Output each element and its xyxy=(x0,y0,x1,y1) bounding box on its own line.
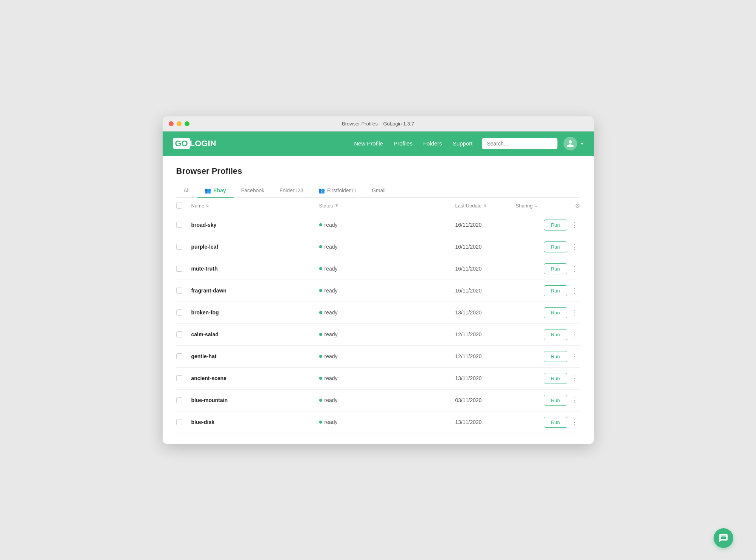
tab-gmail-label: Gmail xyxy=(372,187,386,193)
row-checkbox-7[interactable] xyxy=(176,375,182,381)
status-dot-4 xyxy=(319,311,322,314)
table-header: Name ⇅ Status ▼ Last Update ⇅ Sharing ⇅ xyxy=(176,198,580,214)
maximize-button[interactable] xyxy=(185,121,189,126)
header-status: Status ▼ xyxy=(319,203,380,209)
row-name-5: calm-salad xyxy=(191,331,319,337)
header-sharing: Sharing ⇅ xyxy=(516,203,561,209)
more-button-0[interactable]: ⋮ xyxy=(569,221,580,229)
row-name-3: fragrant-dawn xyxy=(191,288,319,294)
search-box xyxy=(482,138,557,149)
run-button-6[interactable]: Run xyxy=(544,351,567,362)
window-title: Browser Profiles – GoLogin 1.3.7 xyxy=(342,121,414,127)
row-checkbox-6[interactable] xyxy=(176,353,182,359)
more-button-1[interactable]: ⋮ xyxy=(569,243,580,251)
tab-firstfolder11-label: Firstfolder11 xyxy=(327,187,357,193)
more-button-8[interactable]: ⋮ xyxy=(569,396,580,404)
run-button-4[interactable]: Run xyxy=(544,307,567,318)
run-button-1[interactable]: Run xyxy=(544,241,567,252)
row-date-4: 13/11/2020 xyxy=(455,309,516,316)
run-button-9[interactable]: Run xyxy=(544,417,567,428)
status-text-4: ready xyxy=(324,309,338,316)
sharing-sort-icon[interactable]: ⇅ xyxy=(534,204,537,208)
header-checkbox-input[interactable] xyxy=(176,203,182,209)
more-button-2[interactable]: ⋮ xyxy=(569,265,580,273)
tab-facebook[interactable]: Facebook xyxy=(234,184,272,197)
table-row: purple-leaf ready 16/11/2020 Run ⋮ xyxy=(176,236,580,258)
run-button-2[interactable]: Run xyxy=(544,263,567,274)
nav-support[interactable]: Support xyxy=(453,140,473,147)
table-row: ancient-scene ready 13/11/2020 Run ⋮ xyxy=(176,368,580,390)
more-button-5[interactable]: ⋮ xyxy=(569,330,580,339)
status-filter-icon[interactable]: ▼ xyxy=(334,203,339,208)
row-actions-0: Run ⋮ xyxy=(561,220,580,230)
tabs-bar: All 👥 Ebay Facebook Folder123 👥 Firstfol… xyxy=(176,184,580,198)
more-button-6[interactable]: ⋮ xyxy=(569,352,580,360)
close-button[interactable] xyxy=(169,121,174,126)
header-last-update: Last Update ⇅ xyxy=(455,203,516,209)
row-checkbox-1[interactable] xyxy=(176,244,182,250)
tab-ebay[interactable]: 👥 Ebay xyxy=(197,184,233,197)
status-text-6: ready xyxy=(324,353,338,359)
status-text-7: ready xyxy=(324,375,338,381)
run-button-8[interactable]: Run xyxy=(544,395,567,406)
status-text-3: ready xyxy=(324,288,338,294)
header-settings: ⚙ xyxy=(561,202,580,209)
row-actions-9: Run ⋮ xyxy=(561,417,580,428)
run-button-3[interactable]: Run xyxy=(544,285,567,296)
row-actions-2: Run ⋮ xyxy=(561,263,580,274)
more-button-4[interactable]: ⋮ xyxy=(569,308,580,317)
user-avatar[interactable] xyxy=(564,137,577,150)
row-checkbox-3[interactable] xyxy=(176,288,182,294)
row-checkbox-cell xyxy=(176,331,191,337)
tab-all[interactable]: All xyxy=(176,184,197,197)
tab-ebay-icon: 👥 xyxy=(205,187,211,193)
nav-new-profile[interactable]: New Profile xyxy=(354,140,383,147)
nav-folders[interactable]: Folders xyxy=(423,140,442,147)
user-area[interactable]: ▾ xyxy=(564,137,583,150)
update-sort-icon[interactable]: ⇅ xyxy=(483,204,486,208)
row-checkbox-2[interactable] xyxy=(176,266,182,272)
row-status-1: ready xyxy=(319,244,380,250)
row-status-3: ready xyxy=(319,288,380,294)
table-row: fragrant-dawn ready 16/11/2020 Run ⋮ xyxy=(176,280,580,302)
row-checkbox-4[interactable] xyxy=(176,309,182,316)
row-name-9: blue-disk xyxy=(191,419,319,425)
status-dot-6 xyxy=(319,355,322,358)
status-text-0: ready xyxy=(324,222,338,228)
nav-profiles[interactable]: Profiles xyxy=(394,140,413,147)
row-date-8: 03/11/2020 xyxy=(455,397,516,403)
row-date-3: 16/11/2020 xyxy=(455,288,516,294)
row-checkbox-cell xyxy=(176,266,191,272)
row-checkbox-9[interactable] xyxy=(176,419,182,425)
row-date-1: 16/11/2020 xyxy=(455,244,516,250)
status-dot-3 xyxy=(319,289,322,292)
row-date-2: 16/11/2020 xyxy=(455,266,516,272)
status-dot-7 xyxy=(319,377,322,380)
row-date-5: 12/11/2020 xyxy=(455,331,516,337)
tab-gmail[interactable]: Gmail xyxy=(364,184,393,197)
settings-gear-icon[interactable]: ⚙ xyxy=(575,202,580,209)
run-button-5[interactable]: Run xyxy=(544,329,567,340)
run-button-0[interactable]: Run xyxy=(544,220,567,230)
tab-folder123[interactable]: Folder123 xyxy=(272,184,311,197)
name-sort-icon[interactable]: ⇅ xyxy=(206,204,209,208)
search-input[interactable] xyxy=(487,141,552,147)
table-row: calm-salad ready 12/11/2020 Run ⋮ xyxy=(176,324,580,346)
more-button-9[interactable]: ⋮ xyxy=(569,418,580,426)
row-status-0: ready xyxy=(319,222,380,228)
tab-ebay-label: Ebay xyxy=(213,187,226,193)
tab-firstfolder11[interactable]: 👥 Firstfolder11 xyxy=(311,184,364,197)
status-dot-9 xyxy=(319,421,322,424)
row-checkbox-5[interactable] xyxy=(176,331,182,337)
page-title: Browser Profiles xyxy=(176,166,580,176)
row-checkbox-cell xyxy=(176,309,191,316)
row-checkbox-8[interactable] xyxy=(176,397,182,403)
row-checkbox-0[interactable] xyxy=(176,222,182,228)
row-actions-4: Run ⋮ xyxy=(561,307,580,318)
more-button-7[interactable]: ⋮ xyxy=(569,374,580,382)
minimize-button[interactable] xyxy=(177,121,182,126)
run-button-7[interactable]: Run xyxy=(544,373,567,384)
more-button-3[interactable]: ⋮ xyxy=(569,286,580,295)
chat-button[interactable] xyxy=(714,528,733,548)
status-dot-1 xyxy=(319,245,322,248)
